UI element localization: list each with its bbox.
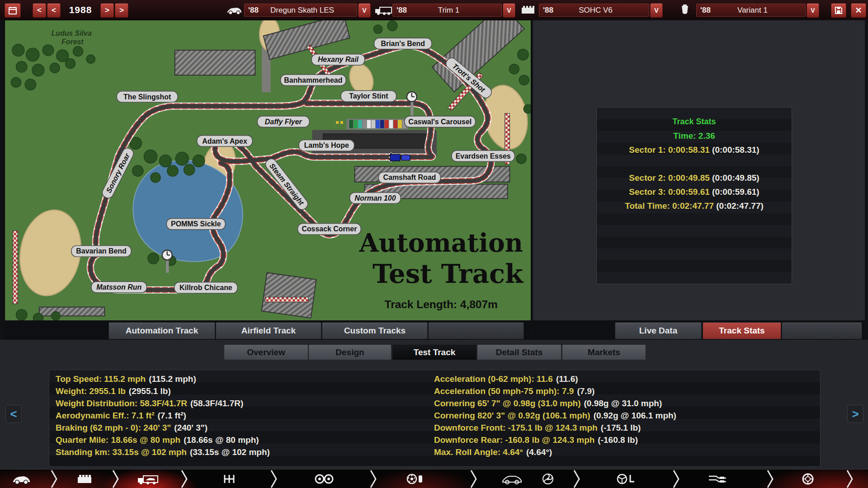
engine-dropdown-button[interactable]: V [650, 3, 663, 18]
engine-selector[interactable]: '88 SOHC V6 [539, 4, 649, 17]
engine-name: SOHC V6 [553, 6, 649, 15]
svg-text:POMMS Sickle: POMMS Sickle [171, 220, 221, 228]
svg-text:Norman 100: Norman 100 [354, 194, 396, 202]
year-prev-button[interactable]: < [47, 3, 61, 18]
toolbar-aero-tab[interactable] [536, 472, 560, 486]
corner-label-pomms-sickle: POMMS Sickle [166, 219, 225, 230]
prev-page-button[interactable]: < [5, 405, 22, 423]
corner-label-brians-bend: Brian's Bend [374, 38, 432, 49]
year-next-fast-button[interactable]: > [115, 3, 128, 18]
tab-live-data[interactable]: Live Data [615, 322, 702, 339]
tab-detail-stats[interactable]: Detail Stats [477, 344, 561, 361]
sector-2-row: Sector 2: 0:00:49.85 (0:00:49.85) [597, 171, 792, 185]
track-time: Time: 2.36 [597, 129, 792, 143]
chevron-separator-icon [767, 469, 774, 488]
transporter-icon [374, 4, 392, 16]
variant-selector[interactable]: '88 Variant 1 [696, 4, 806, 17]
tab-automation-track[interactable]: Automation Track [108, 322, 215, 339]
sector-3-row: Sector 3: 0:00:59.61 (0:00:59.61) [597, 185, 792, 199]
save-icon [835, 6, 843, 14]
total-time-row: Total Time: 0:02:47.77 (0:02:47.77) [597, 199, 792, 213]
svg-text:Adam's Apex: Adam's Apex [202, 137, 247, 145]
track-stats-panel: Track Stats Time: 2.36 Sector 1: 0:00:58… [533, 20, 865, 321]
corner-label-killrob-chicane: Killrob Chicane [175, 282, 238, 293]
tab-design[interactable]: Design [308, 344, 392, 361]
stat-row: Braking (62 mph - 0): 240' 3"(240' 3") [56, 422, 270, 434]
map-title: Automation Test Track [359, 228, 524, 289]
toolbar-steering-wheel-icon [615, 473, 637, 485]
toolbar-transporter-icon [137, 473, 159, 485]
year-next-button[interactable]: > [100, 3, 114, 18]
corner-label-evardsen-esses: Evardsen Esses [452, 150, 515, 162]
svg-text:Bavarian Bend: Bavarian Bend [76, 247, 126, 255]
variant-year: '88 [700, 6, 711, 15]
save-button[interactable] [831, 3, 846, 18]
trim-name: Trim 1 [407, 6, 501, 15]
corner-label-bavarian-bend: Bavarian Bend [71, 246, 131, 257]
svg-text:Taylor Stint: Taylor Stint [349, 92, 388, 100]
stat-row: Acceleration (50 mph-75 mph): 7.9(7.9) [434, 385, 676, 397]
chevron-separator-icon [470, 469, 477, 488]
model-name: Dregun Skath LES [259, 6, 357, 15]
toolbar-transporter-tab[interactable] [136, 472, 160, 486]
year-display: 1988 [66, 5, 95, 15]
toolbar-brakes-icon [405, 473, 425, 485]
corner-label-cossack-corner: Cossack Corner [298, 224, 361, 235]
calendar-button[interactable] [5, 3, 21, 18]
toolbar-brakes-tab[interactable] [402, 472, 427, 486]
toolbar-gearbox-tab[interactable] [217, 472, 241, 486]
svg-text:Camshaft Road: Camshaft Road [383, 174, 436, 181]
toolbar-fan-icon [540, 473, 556, 485]
tab-test-track[interactable]: Test Track [392, 344, 477, 361]
corner-label-taylor-stint: Taylor Stint [341, 91, 396, 102]
model-selector[interactable]: '88 Dregun Skath LES [244, 4, 357, 17]
tab-airfield-track[interactable]: Airfield Track [216, 322, 321, 339]
tabstrip-spacer [428, 322, 524, 339]
toolbar-tires-tab[interactable] [796, 472, 820, 486]
toolbar-exhaust-tab[interactable] [705, 472, 730, 486]
svg-text:Daffy Flyer: Daffy Flyer [265, 118, 302, 126]
toolbar-engine-icon [75, 473, 94, 485]
tab-overview[interactable]: Overview [224, 344, 308, 361]
corner-label-lambs-hope: Lamb's Hope [299, 140, 354, 151]
svg-text:Hexany Rail: Hexany Rail [318, 56, 359, 63]
toolbar-body-tab[interactable] [500, 472, 524, 486]
page-tabs: Overview Design Test Track Detail Stats … [0, 340, 868, 360]
results-right-column: Acceleration (0-62 mph): 11.6(11.6) Acce… [434, 373, 676, 458]
toolbar-car-tab[interactable] [9, 472, 33, 486]
blank-row [597, 157, 792, 171]
close-button[interactable]: ✕ [851, 3, 866, 18]
stat-row: Standing km: 33.15s @ 102 mph(33.15s @ 1… [56, 446, 270, 458]
chevron-separator-icon [573, 469, 580, 488]
tab-track-stats[interactable]: Track Stats [703, 322, 781, 339]
toolbar-wheels-tab[interactable] [312, 472, 336, 486]
trim-dropdown-button[interactable]: V [503, 3, 515, 18]
next-page-button[interactable]: > [847, 405, 863, 423]
year-prev-fast-button[interactable]: < [33, 3, 46, 18]
track-map: Ludus Silva Forest Brian's Bend Hexany R… [5, 20, 531, 321]
toolbar-body-icon [501, 473, 523, 485]
tab-markets[interactable]: Markets [562, 344, 646, 361]
svg-text:Test Track: Test Track [373, 258, 524, 289]
corner-label-the-slingshot: The Slingshot [117, 91, 178, 103]
engine-year: '88 [543, 6, 553, 15]
bottom-toolbar [0, 469, 868, 488]
variant-dropdown-button[interactable]: V [807, 3, 819, 18]
results-table: Top Speed: 115.2 mph(115.2 mph) Weight: … [49, 370, 821, 467]
track-length-label: Track Length: 4,807m [385, 298, 498, 310]
trim-selector[interactable]: '88 Trim 1 [392, 4, 502, 17]
model-dropdown-button[interactable]: V [358, 3, 371, 18]
chevron-separator-icon [51, 469, 58, 488]
trim-year: '88 [396, 6, 407, 15]
main-row: Ludus Silva Forest Brian's Bend Hexany R… [0, 20, 868, 340]
corner-label-daffy-flyer: Daffy Flyer [257, 116, 309, 127]
track-stats-title: Track Stats [597, 115, 792, 129]
track-stats-box: Track Stats Time: 2.36 Sector 1: 0:00:58… [596, 107, 792, 284]
stat-row: Weight Distribution: 58.3F/41.7R(58.3F/4… [56, 397, 270, 409]
chevron-separator-icon [370, 469, 377, 488]
toolbar-engine-tab[interactable] [72, 472, 97, 486]
track-tabstrip: Automation Track Airfield Track Custom T… [5, 320, 530, 340]
toolbar-interior-tab[interactable] [614, 472, 638, 486]
tab-custom-tracks[interactable]: Custom Tracks [322, 322, 428, 339]
calendar-icon [8, 6, 17, 15]
